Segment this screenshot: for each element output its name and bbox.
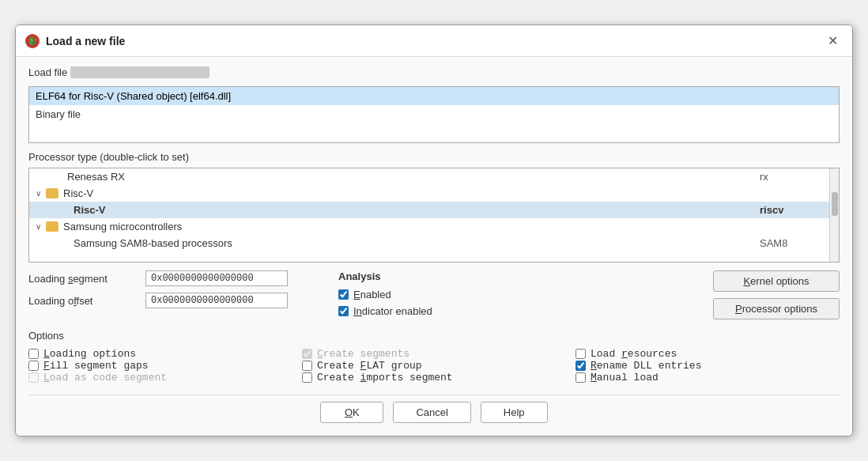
ok-button[interactable]: OK [320, 402, 383, 423]
proc-item-samsung-sam8[interactable]: Samsung SAM8-based processors SAM8 [29, 235, 829, 251]
folder-icon-samsung [46, 221, 58, 232]
format-list[interactable]: ELF64 for Risc-V (Shared object) [elf64.… [28, 86, 840, 143]
create-segments-label: Create segments [317, 348, 409, 360]
opt-load-resources-row: Load resources [576, 348, 840, 360]
proc-id-riscv: riscv [760, 204, 823, 216]
proc-label-samsung-mc-group: Samsung microcontrollers [63, 221, 182, 232]
scrollbar-thumb [832, 192, 838, 216]
load-resources-label: Load resources [591, 348, 677, 360]
expand-icon-samsung[interactable]: ∨ [36, 222, 41, 231]
manual-load-checkbox[interactable] [576, 372, 586, 383]
dialog-icon: 🐉 [25, 34, 40, 48]
proc-item-riscv[interactable]: Risc-V riscv [29, 202, 829, 218]
proc-label-riscv: Risc-V [74, 204, 105, 216]
options-title: Options [28, 330, 840, 342]
processor-list[interactable]: Renesas RX rx ∨ Risc-V Risc-V riscv [29, 168, 829, 262]
rename-dll-label: Rename DLL entries [591, 360, 701, 372]
loading-segment-label: Loading segment [28, 273, 139, 285]
proc-label-samsung-sam8: Samsung SAM8-based processors [74, 237, 232, 249]
enabled-label: Enabled [353, 289, 391, 300]
cancel-button[interactable]: Cancel [393, 402, 470, 423]
loading-offset-value[interactable]: 0x0000000000000000 [145, 293, 288, 308]
opt-create-segments-row: Create segments [302, 348, 566, 360]
loading-segment-value[interactable]: 0x0000000000000000 [145, 270, 288, 286]
analysis-section: Analysis Enabled Indicator enabled [338, 270, 704, 322]
create-flat-group-label: Create FLAT group [317, 360, 422, 372]
format-item-elf64[interactable]: ELF64 for Risc-V (Shared object) [elf64.… [29, 87, 839, 105]
opt-create-flat-row: Create FLAT group [302, 360, 566, 372]
load-new-file-dialog: 🐉 Load a new file ✕ Load file as ELF64 f… [15, 25, 853, 436]
title-bar: 🐉 Load a new file ✕ [16, 25, 852, 57]
help-button[interactable]: Help [481, 402, 548, 423]
opt-create-imports-row: Create imports segment [302, 372, 566, 384]
loading-offset-row: Loading offset 0x0000000000000000 [28, 293, 329, 308]
left-fields: Loading segment 0x0000000000000000 Loadi… [28, 270, 329, 322]
options-col3: Load resources Rename DLL entries Manual… [576, 348, 840, 384]
close-button[interactable]: ✕ [823, 32, 843, 50]
create-segments-checkbox[interactable] [302, 349, 312, 359]
create-imports-label: Create imports segment [317, 372, 453, 384]
processor-type-label: Processor type (double-click to set) [28, 151, 840, 163]
indicator-label: Indicator enabled [353, 305, 432, 317]
loading-offset-label: Loading offset [28, 295, 139, 307]
create-flat-group-checkbox[interactable] [302, 361, 312, 371]
processor-type-section: Processor type (double-click to set) Ren… [28, 151, 840, 263]
loading-options-label: Loading options [43, 348, 136, 360]
processor-options-button[interactable]: Processor options [713, 298, 840, 319]
load-file-path: as [70, 66, 209, 78]
indicator-checkbox-row: Indicator enabled [338, 305, 704, 317]
opt-load-as-code-row: Load as code segment [28, 372, 292, 384]
proc-label-renesas-rx: Renesas RX [67, 171, 125, 183]
fill-segment-gaps-label: Fill segment gaps [43, 360, 149, 372]
right-buttons: Kernel options Processor options [713, 270, 840, 322]
enabled-checkbox-row: Enabled [338, 289, 704, 300]
options-section: Options Loading options Fill segment gap… [28, 330, 840, 384]
load-as-code-checkbox[interactable] [28, 372, 39, 383]
expand-icon-riscv[interactable]: ∨ [36, 189, 41, 198]
lower-section: Loading segment 0x0000000000000000 Loadi… [28, 270, 840, 322]
indicator-checkbox[interactable] [338, 306, 349, 316]
opt-loading-options-row: Loading options [28, 348, 292, 360]
manual-load-label: Manual load [591, 372, 659, 384]
proc-item-renesas-rx[interactable]: Renesas RX rx [29, 168, 829, 185]
opt-fill-segment-row: Fill segment gaps [28, 360, 292, 372]
title-bar-left: 🐉 Load a new file [25, 34, 125, 48]
options-col1: Loading options Fill segment gaps Load a… [28, 348, 292, 384]
create-imports-checkbox[interactable] [302, 372, 312, 383]
load-file-label: Load file [28, 66, 67, 78]
proc-item-riscv-group[interactable]: ∨ Risc-V [29, 185, 829, 202]
options-col2: Create segments Create FLAT group Create… [302, 348, 566, 384]
enabled-checkbox[interactable] [338, 289, 349, 300]
footer-buttons: OK Cancel Help [28, 395, 840, 426]
loading-options-checkbox[interactable] [28, 349, 39, 359]
processor-list-scrollbar[interactable] [829, 168, 839, 262]
options-grid: Loading options Fill segment gaps Load a… [28, 348, 840, 384]
proc-id-samsung-sam8: SAM8 [760, 237, 823, 249]
load-resources-checkbox[interactable] [576, 349, 586, 359]
processor-list-container: Renesas RX rx ∨ Risc-V Risc-V riscv [28, 168, 840, 263]
proc-id-renesas-rx: rx [760, 171, 823, 183]
fill-segment-gaps-checkbox[interactable] [28, 361, 39, 371]
folder-icon-riscv [46, 188, 58, 198]
dialog-title: Load a new file [46, 35, 125, 47]
loading-segment-row: Loading segment 0x0000000000000000 [28, 270, 329, 286]
proc-label-riscv-group: Risc-V [63, 187, 93, 199]
opt-manual-load-row: Manual load [576, 372, 840, 384]
analysis-title: Analysis [338, 270, 704, 282]
kernel-options-button[interactable]: Kernel options [713, 270, 840, 292]
proc-item-samsung-mc-group[interactable]: ∨ Samsung microcontrollers [29, 218, 829, 235]
dialog-body: Load file as ELF64 for Risc-V (Shared ob… [16, 57, 852, 436]
load-as-code-label: Load as code segment [43, 372, 167, 384]
load-file-row: Load file as [28, 66, 840, 78]
format-item-binary[interactable]: Binary file [29, 105, 839, 123]
rename-dll-checkbox[interactable] [576, 361, 586, 371]
opt-rename-dll-row: Rename DLL entries [576, 360, 840, 372]
